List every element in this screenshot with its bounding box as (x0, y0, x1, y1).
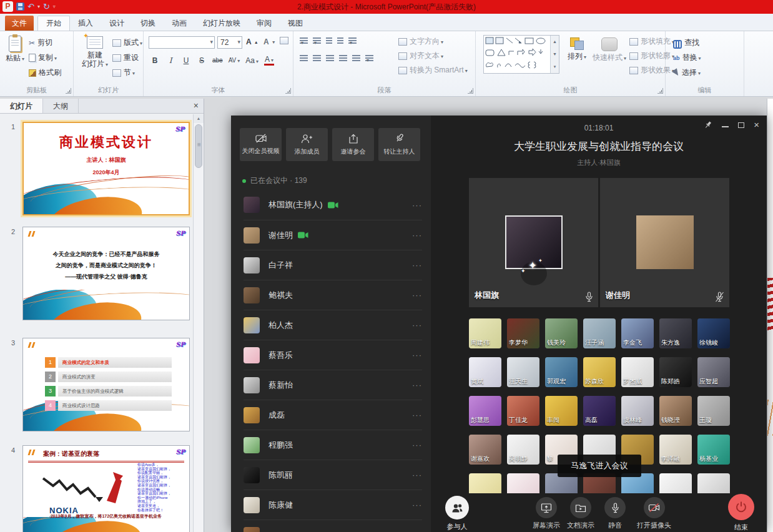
find-button[interactable]: 查找 (673, 37, 699, 48)
increase-indent-button[interactable] (337, 37, 343, 44)
scrollbar-thumb[interactable] (195, 124, 202, 168)
redo-icon[interactable]: ↻ (43, 2, 50, 11)
grid-video-cell[interactable]: 彭慧思 (469, 396, 501, 426)
grid-video-cell[interactable]: 谢嘉欢 (469, 435, 501, 465)
char-spacing-button[interactable]: AV (229, 57, 240, 64)
decrease-indent-button[interactable] (326, 37, 332, 44)
tab-transitions[interactable]: 切换 (132, 16, 164, 31)
participant-row[interactable]: 谢佳明 (244, 220, 422, 250)
undo-dropdown-icon[interactable]: ▾ (37, 4, 40, 9)
slide-row-2[interactable]: 2 SP 今天企业之间的竞争：已经不是产品和服务 之间的竞争，而是商业模式之间的… (0, 225, 193, 324)
shrink-font-button[interactable]: A▼ (263, 37, 276, 46)
more-options-icon[interactable] (412, 350, 422, 360)
slide-row-1[interactable]: 1 SP 商业模式设计 主讲人：林国旗 2020年4月 (0, 121, 193, 219)
grid-video-cell[interactable]: 王璇 (697, 396, 730, 426)
format-painter-button[interactable]: 格式刷 (29, 67, 61, 78)
text-direction-button[interactable]: 文字方向 (398, 36, 443, 47)
participant-row[interactable]: 程鹏强 (244, 430, 422, 460)
add-member-button[interactable]: 添加成员 (286, 128, 328, 161)
participants-button[interactable]: 参与人 (445, 496, 469, 531)
grow-font-button[interactable]: A▲ (246, 37, 258, 46)
slide-thumbnail-4[interactable]: SP 案例：诺基亚的衰落 NOKIAConnecting People 你说Ap… (22, 445, 190, 532)
justify-button[interactable] (339, 55, 347, 61)
participant-row[interactable]: 陈凯丽 (244, 460, 422, 490)
grid-video-cell[interactable]: 周建伟 (469, 318, 501, 348)
paragraph-dialog-launcher[interactable] (468, 88, 473, 94)
clipboard-dialog-launcher[interactable] (66, 88, 71, 94)
shapes-scroll-buttons[interactable]: ▲▼▾ (550, 36, 559, 73)
tab-slideshow[interactable]: 幻灯片放映 (195, 16, 249, 31)
reset-button[interactable]: 重设 (112, 52, 139, 63)
bold-button[interactable]: B (150, 56, 160, 65)
arrange-button[interactable]: 排列 (564, 37, 589, 62)
slide-row-3[interactable]: 3 SP 1商业模式的定义和本质 2商业模式的演变 3基于价值主张的商业模式逻辑… (0, 337, 193, 435)
numbering-button[interactable] (313, 37, 321, 44)
powerpoint-app-icon[interactable]: P (2, 1, 13, 12)
video-tile-second[interactable]: 谢佳明 (600, 178, 729, 307)
underline-button[interactable]: U (181, 56, 191, 65)
cut-button[interactable]: ✂剪切 (29, 37, 52, 48)
grid-video-cell[interactable]: 钱晓滢 (659, 396, 692, 426)
clear-formatting-button[interactable] (280, 37, 288, 44)
copy-button[interactable]: 复制 (29, 52, 57, 63)
change-case-button[interactable]: Aa (245, 56, 258, 65)
grid-video-cell[interactable]: 徐铫峻 (697, 318, 730, 348)
participant-row[interactable]: 蔡吾乐 (244, 340, 422, 370)
mute-button[interactable]: 静音 (604, 497, 626, 530)
participant-row[interactable] (244, 520, 422, 532)
grid-video-cell[interactable]: 郭观宏 (545, 357, 578, 387)
new-slide-button[interactable]: 新建幻灯片 (79, 36, 111, 69)
grid-video-cell[interactable]: 高磊 (583, 396, 616, 426)
tab-home[interactable]: 开始 (37, 16, 70, 31)
more-options-icon[interactable] (412, 500, 422, 510)
section-button[interactable]: 节 (112, 67, 135, 78)
scroll-up-icon[interactable]: ▲ (194, 114, 204, 123)
participant-row[interactable]: 陈康健 (244, 490, 422, 520)
more-options-icon[interactable] (412, 200, 422, 210)
doc-share-button[interactable]: 文档演示 (567, 497, 594, 530)
grid-video-cell[interactable]: 丁佳龙 (507, 396, 539, 426)
paste-button[interactable]: 粘贴 (4, 36, 26, 64)
grid-video-cell[interactable]: 朱方逸 (659, 318, 692, 348)
grid-video-cell[interactable]: 罗杰威 (621, 357, 654, 387)
font-dialog-launcher[interactable] (285, 88, 291, 94)
slide-thumbnail-1[interactable]: SP 商业模式设计 主讲人：林国旗 2020年4月 (22, 122, 190, 215)
layout-button[interactable]: 版式 (112, 37, 142, 48)
shadow-button[interactable]: abe (212, 57, 223, 64)
drawing-dialog-launcher[interactable] (657, 88, 663, 94)
more-options-icon[interactable] (412, 230, 422, 240)
grid-video-cell[interactable]: 汪天生 (507, 357, 539, 387)
grid-video-cell[interactable]: 李梦华 (507, 318, 539, 348)
slide-thumbnail-3[interactable]: SP 1商业模式的定义和本质 2商业模式的演变 3基于价值主张的商业模式逻辑 4… (22, 338, 190, 431)
end-meeting-button[interactable]: 结束 (728, 494, 754, 532)
qat-customize-icon[interactable]: ▿ (53, 4, 56, 9)
participant-row[interactable]: 柏人杰 (244, 310, 422, 340)
grid-video-cell[interactable]: 李金飞 (621, 318, 654, 348)
grid-video-cell[interactable]: 吴明静 (507, 435, 539, 465)
transfer-host-button[interactable]: 转让主持人 (378, 128, 420, 161)
font-color-button[interactable]: A (264, 55, 274, 66)
tab-animations[interactable]: 动画 (164, 16, 195, 31)
italic-button[interactable]: I (165, 56, 175, 65)
more-options-icon[interactable] (412, 410, 422, 420)
shapes-gallery[interactable]: ▲▼▾ (483, 35, 559, 74)
tab-file[interactable]: 文件 (5, 16, 34, 31)
grid-video-cell[interactable]: 李泽融 (659, 435, 692, 465)
slide-thumbnail-2[interactable]: SP 今天企业之间的竞争：已经不是产品和服务 之间的竞争，而是商业模式之间的竞争… (22, 227, 190, 320)
close-panel-icon[interactable]: × (189, 99, 204, 113)
invite-button[interactable]: 邀请参会 (332, 128, 374, 161)
save-icon[interactable] (16, 2, 24, 11)
more-options-icon[interactable] (412, 260, 422, 270)
participant-row[interactable]: 鲍祺夫 (244, 280, 422, 310)
grid-video-cell[interactable]: 丰闯 (545, 396, 578, 426)
align-text-button[interactable]: 对齐文本 (398, 51, 443, 61)
tab-outline[interactable]: 大纲 (43, 99, 79, 113)
participant-row[interactable]: 成磊 (244, 400, 422, 430)
columns-button[interactable] (365, 55, 373, 61)
grid-video-cell[interactable]: 汪子涵 (583, 318, 616, 348)
align-center-button[interactable] (313, 55, 321, 61)
participant-row[interactable]: 蔡新怡 (244, 370, 422, 400)
screen-share-button[interactable]: 屏幕演示 (533, 497, 560, 530)
font-size-combo[interactable]: 72 (217, 36, 242, 49)
align-left-button[interactable] (300, 55, 308, 61)
